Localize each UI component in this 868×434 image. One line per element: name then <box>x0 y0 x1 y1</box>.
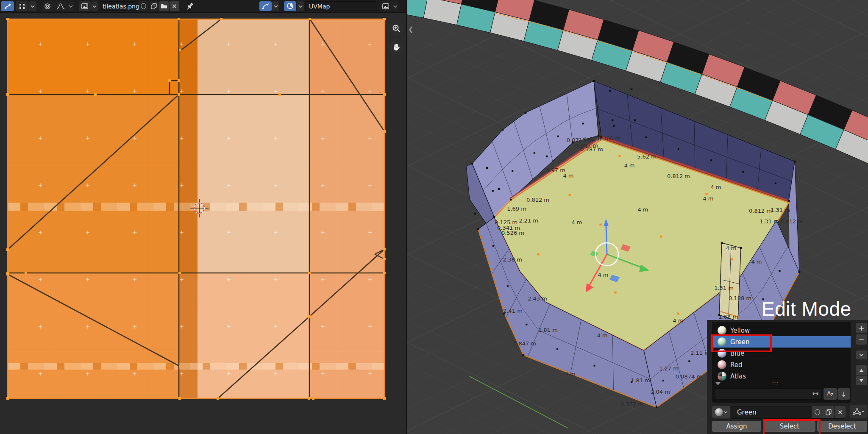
material-slot-label: Blue <box>730 350 744 357</box>
material-slot-atlas[interactable]: Atlas <box>712 370 851 382</box>
move-slot-down-button[interactable] <box>856 376 867 385</box>
image-browse-button[interactable] <box>79 1 91 11</box>
material-name-text: Green <box>737 409 756 416</box>
material-sphere-icon <box>718 349 726 358</box>
duplicate-icon <box>151 3 157 9</box>
image-name-field[interactable]: tileatlas.png <box>99 1 138 11</box>
snapping-icon <box>262 3 269 10</box>
proportional-icon <box>44 3 51 10</box>
pin-icon <box>185 2 195 11</box>
chevron-down-icon <box>393 5 398 8</box>
display-image-icon <box>382 3 389 9</box>
chevron-down-icon <box>724 411 727 413</box>
arrow-down-icon <box>842 391 846 397</box>
material-slot-label: Atlas <box>730 373 746 380</box>
close-icon <box>172 4 177 8</box>
mode-label: Edit Mode <box>762 298 851 320</box>
browse-material-button[interactable] <box>712 406 730 418</box>
chevron-down-icon <box>298 5 303 8</box>
image-icon <box>81 3 88 9</box>
uv-image-tileatlas[interactable] <box>8 19 384 398</box>
chevron-down-icon <box>861 410 865 412</box>
chevron-down-icon <box>31 5 35 8</box>
duplicate-icon <box>826 409 832 415</box>
triangle-down-icon <box>859 379 864 382</box>
sort-alpha-button[interactable]: AZ <box>823 388 837 400</box>
material-copy-button[interactable] <box>823 406 834 418</box>
assign-button[interactable]: Assign <box>712 421 761 432</box>
sort-alpha-icon: AZ <box>827 390 833 397</box>
material-sphere-icon <box>718 372 726 381</box>
material-slots-panel: YellowGreenBlueRedAtlas :::: AZ + − <box>707 320 868 434</box>
unlink-image-button[interactable] <box>170 1 179 11</box>
uvmap-field[interactable]: UVMap <box>305 1 377 11</box>
remove-slot-button[interactable]: − <box>856 334 867 345</box>
deselect-button[interactable]: Deselect <box>817 421 867 432</box>
resize-grip-icon[interactable]: :::: <box>771 381 779 385</box>
chevron-down-icon <box>69 5 73 8</box>
material-slot-label: Green <box>730 338 749 346</box>
uv-editor-icon <box>4 3 11 10</box>
proportional-editing-button[interactable] <box>42 1 53 11</box>
add-slot-button[interactable]: + <box>856 323 867 333</box>
material-slot-label: Red <box>730 361 743 369</box>
pin-button[interactable] <box>185 2 195 11</box>
filter-expand-icon[interactable] <box>715 382 721 385</box>
zoom-in-icon <box>392 24 401 33</box>
image-browse-dropdown[interactable] <box>91 1 98 11</box>
material-sphere-icon <box>718 326 726 335</box>
falloff-button[interactable] <box>54 1 67 11</box>
pan-tool-button[interactable] <box>389 40 403 55</box>
chevron-down-icon <box>92 5 97 8</box>
proportional-edit-toggle[interactable] <box>284 1 296 11</box>
blender-window: tileatlas.png <box>0 0 868 434</box>
proportional-edit-icon <box>287 3 294 10</box>
editor-type-button[interactable] <box>1 1 14 11</box>
fake-user-button[interactable] <box>139 1 148 11</box>
display-channels-button[interactable] <box>380 1 392 11</box>
region-collapse-arrow[interactable]: ❮ <box>408 25 414 33</box>
uv-editor-header: tileatlas.png <box>0 0 406 13</box>
select-button[interactable]: Select <box>764 421 815 432</box>
select-mode-dropdown[interactable] <box>29 1 36 11</box>
select-mode-button[interactable] <box>16 1 28 11</box>
snapping-toggle[interactable] <box>259 1 272 11</box>
plus-icon: + <box>858 324 864 332</box>
snapping-dropdown[interactable] <box>272 1 279 11</box>
node-material-icon <box>853 408 861 415</box>
new-image-button[interactable] <box>149 1 159 11</box>
minus-icon: − <box>858 335 864 344</box>
material-nodes-button[interactable] <box>850 405 867 418</box>
material-preview-sphere <box>715 408 723 416</box>
material-fake-user-button[interactable] <box>812 406 823 418</box>
material-slot-blue[interactable]: Blue <box>712 348 851 359</box>
material-slot-label: Yellow <box>730 327 750 334</box>
sort-reverse-button[interactable] <box>837 388 850 400</box>
shield-icon <box>141 3 146 9</box>
filter-reverse-icon[interactable] <box>812 391 818 396</box>
material-slot-yellow[interactable]: Yellow <box>712 325 851 336</box>
display-dropdown[interactable] <box>392 1 398 11</box>
folder-icon <box>161 3 167 9</box>
falloff-curve-icon <box>56 3 65 9</box>
uv-editor: tileatlas.png <box>0 0 406 434</box>
material-sphere-icon <box>718 360 726 369</box>
hand-icon <box>392 43 401 52</box>
open-image-button[interactable] <box>159 1 169 11</box>
close-icon <box>838 410 843 415</box>
material-unlink-button[interactable] <box>835 406 846 418</box>
chevron-down-icon <box>859 353 864 356</box>
select-mode-icon <box>19 3 25 9</box>
falloff-dropdown[interactable] <box>67 1 74 11</box>
move-slot-up-button[interactable] <box>856 365 867 375</box>
material-slot-green[interactable]: Green <box>712 336 851 348</box>
zoom-tool-button[interactable] <box>389 21 403 36</box>
slot-specials-button[interactable] <box>856 351 867 359</box>
shield-icon <box>815 409 820 415</box>
material-slot-red[interactable]: Red <box>712 359 851 370</box>
triangle-up-icon <box>859 369 864 372</box>
material-sphere-icon <box>718 337 726 346</box>
proportional-edit-dropdown[interactable] <box>297 1 304 11</box>
slot-search-input[interactable] <box>715 388 821 400</box>
chevron-down-icon <box>274 5 278 8</box>
